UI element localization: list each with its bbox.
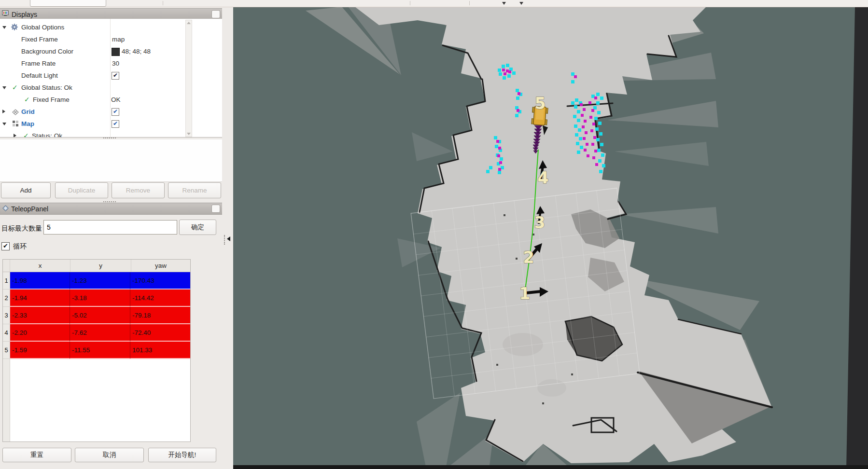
status-ok-icon: ✓	[24, 96, 30, 103]
frame-rate-value[interactable]: 30	[112, 60, 119, 67]
cell-yaw[interactable]: -170.43	[130, 272, 190, 290]
scroll-up-icon[interactable]	[187, 22, 191, 24]
scroll-down-icon[interactable]	[187, 133, 191, 135]
loop-checkbox[interactable]: ✔	[1, 242, 10, 250]
splitter-grip[interactable]	[224, 235, 225, 245]
render-viewport[interactable]: 1 2 3 4 5	[233, 7, 868, 469]
row-number[interactable]: 3	[3, 307, 10, 324]
tree-label: Fixed Frame	[21, 36, 58, 43]
waypoint-label-4: 4	[538, 168, 549, 187]
rviz-window: { "displays_panel": { "title": "Displays…	[0, 0, 868, 469]
toolbar	[0, 0, 868, 7]
duplicate-display-button[interactable]: Duplicate	[55, 182, 108, 198]
view-bottom-edge	[233, 465, 868, 469]
add-display-button[interactable]: Add	[1, 182, 51, 198]
tree-label: Map	[21, 120, 34, 127]
loop-label: 循环	[13, 242, 27, 251]
cell-x[interactable]: -1.94	[10, 290, 70, 307]
status-ok-icon: ✓	[23, 132, 29, 138]
cell-x[interactable]: -1.59	[10, 342, 70, 359]
toolbar-dropdown-icon[interactable]	[502, 2, 506, 5]
max-goal-label: 目标最大数量	[1, 224, 42, 233]
toolbar-separator	[469, 1, 470, 5]
cell-y[interactable]: -3.18	[70, 290, 130, 307]
yaw-column-header[interactable]: yaw	[131, 260, 190, 272]
y-column-header[interactable]: y	[70, 260, 131, 272]
teleop-float-button[interactable]	[211, 205, 220, 213]
row-number[interactable]: 5	[3, 342, 10, 359]
waypoint-label-5: 5	[535, 94, 546, 113]
waypoint-label-3: 3	[534, 213, 546, 232]
displays-tree[interactable]: Global Options Fixed Frame map Backgroun…	[0, 19, 222, 138]
cell-y[interactable]: -5.02	[70, 307, 130, 324]
collapse-panel-icon[interactable]	[227, 236, 230, 241]
tree-label: Grid	[21, 108, 35, 115]
grid-display-icon	[12, 109, 19, 117]
map-display-icon	[12, 120, 19, 129]
cell-x[interactable]: -1.98	[10, 272, 70, 290]
cell-yaw[interactable]: -114.42	[130, 290, 190, 307]
row-number[interactable]: 1	[3, 272, 10, 290]
grid-enabled-checkbox[interactable]: ✔	[112, 108, 119, 116]
cell-x[interactable]: -2.33	[10, 307, 70, 324]
status-ok-icon: ✓	[12, 83, 18, 91]
waypoint-table-header: x y yaw	[3, 260, 190, 272]
row-number[interactable]: 2	[3, 290, 10, 307]
collapse-icon[interactable]	[2, 123, 6, 125]
tree-label: Fixed Frame	[33, 96, 70, 103]
tree-label: Global Status: Ok	[21, 84, 72, 91]
cell-yaw[interactable]: -72.40	[130, 324, 190, 342]
displays-float-button[interactable]	[211, 10, 220, 18]
table-row[interactable]: 3 -2.33 -5.02 -79.18	[3, 307, 190, 324]
map-enabled-checkbox[interactable]: ✔	[112, 120, 119, 128]
collapse-icon[interactable]	[2, 86, 6, 89]
confirm-button[interactable]: 确定	[179, 220, 216, 235]
displays-panel-title: Displays	[12, 11, 37, 18]
x-column-header[interactable]: x	[10, 260, 70, 272]
panel-view-splitter[interactable]	[222, 7, 233, 469]
cell-x[interactable]: -2.20	[10, 324, 70, 342]
expand-icon[interactable]	[14, 134, 16, 138]
collapse-icon[interactable]	[2, 26, 6, 29]
table-row[interactable]: 2 -1.94 -3.18 -114.42	[3, 290, 190, 307]
toolbar-separator	[410, 1, 410, 5]
fixed-frame-value[interactable]: map	[112, 36, 125, 43]
start-navigation-button[interactable]: 开始导航!	[148, 448, 216, 462]
tree-label: Status: Ok	[32, 132, 62, 138]
cell-y[interactable]: -1.23	[70, 272, 130, 290]
color-swatch[interactable]	[112, 48, 120, 56]
table-row[interactable]: 5 -1.59 -11.55 101.33	[3, 342, 190, 359]
panel-splitter-handle[interactable]	[103, 201, 116, 202]
teleop-panel-icon	[2, 205, 9, 213]
table-row[interactable]: 4 -2.20 -7.62 -72.40	[3, 324, 190, 342]
max-goal-input[interactable]	[43, 220, 177, 234]
cell-y[interactable]: -11.55	[70, 342, 130, 359]
expand-icon[interactable]	[2, 110, 5, 113]
table-row[interactable]: 1 -1.98 -1.23 -170.43	[3, 272, 190, 290]
property-detail-area	[0, 139, 222, 182]
tree-scrollbar[interactable]	[185, 20, 192, 137]
tree-label: Global Options	[21, 24, 64, 31]
waypoint-table[interactable]: x y yaw 1 -1.98 -1.23 -170.43 2 -1.94 -3…	[2, 259, 191, 442]
tree-label: Frame Rate	[21, 60, 56, 67]
toolbar-dropdown-icon[interactable]	[519, 2, 523, 5]
cell-yaw[interactable]: 101.33	[130, 342, 190, 359]
row-number[interactable]: 4	[3, 324, 10, 342]
default-light-checkbox[interactable]: ✔	[112, 72, 119, 80]
gear-icon	[11, 24, 18, 32]
teleop-panel-title: TeleopPanel	[11, 205, 48, 213]
toolbar-tool-button[interactable]	[30, 0, 106, 7]
row-number-header	[3, 260, 10, 272]
waypoint-label-1: 1	[519, 284, 531, 303]
cancel-button[interactable]: 取消	[75, 448, 144, 462]
fixed-frame-status-value: OK	[111, 96, 121, 103]
rename-display-button[interactable]: Rename	[168, 182, 221, 198]
reset-button[interactable]: 重置	[2, 448, 71, 462]
left-panel: Displays Global Options Fixed Frame map	[0, 7, 233, 469]
cell-y[interactable]: -7.62	[70, 324, 130, 342]
background-color-value[interactable]: 48; 48; 48	[122, 48, 151, 55]
cell-yaw[interactable]: -79.18	[130, 307, 190, 324]
teleop-panel-header[interactable]: TeleopPanel	[0, 203, 222, 215]
remove-display-button[interactable]: Remove	[112, 182, 165, 198]
panel-splitter-handle[interactable]	[103, 138, 116, 138]
